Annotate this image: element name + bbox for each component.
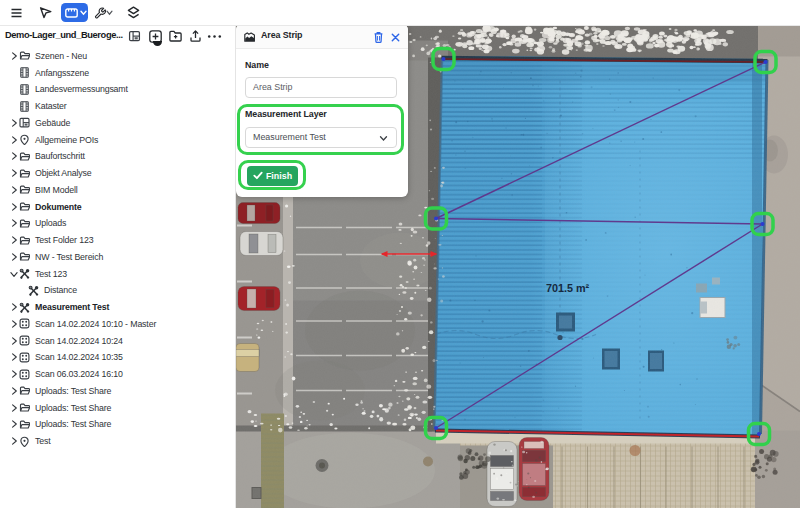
svg-text:701.5 m²: 701.5 m² xyxy=(546,281,590,293)
